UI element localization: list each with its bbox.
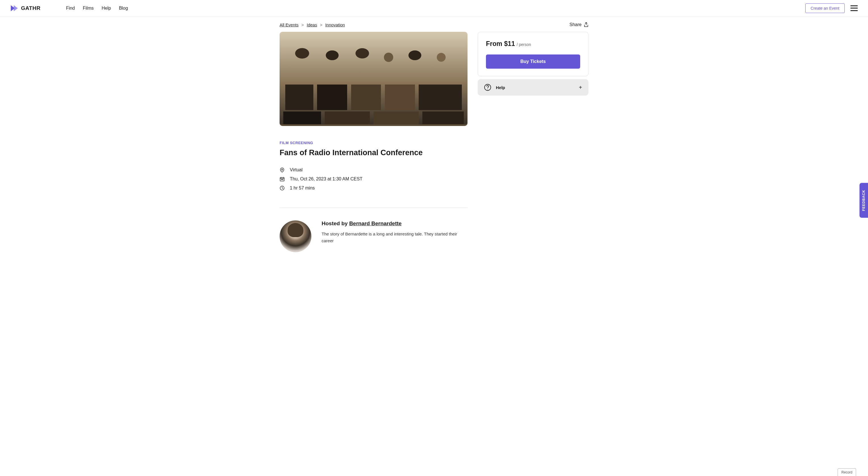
datetime-text: Thu, Oct 26, 2023 at 1:30 AM CEST [290, 176, 363, 181]
site-header: GATHR Find Films Help Blog Create an Eve… [0, 0, 868, 16]
clock-icon [280, 185, 285, 191]
breadcrumb-innovation[interactable]: Innovation [325, 23, 345, 27]
nav-find[interactable]: Find [66, 6, 75, 11]
meta-location: Virtual [280, 167, 467, 172]
host-avatar [280, 220, 311, 252]
host-bio: The story of Bernardette is a long and i… [321, 231, 467, 244]
nav-help[interactable]: Help [102, 6, 111, 11]
help-label: Help [496, 85, 505, 90]
create-event-button[interactable]: Create an Event [805, 3, 845, 13]
brand-name: GATHR [21, 5, 40, 11]
buy-tickets-button[interactable]: Buy Tickets [486, 55, 580, 69]
location-pin-icon [280, 167, 285, 172]
calendar-icon [280, 176, 285, 181]
host-info: Hosted by Bernard Bernardette The story … [321, 220, 467, 244]
share-label: Share [569, 22, 582, 27]
event-type-label: FILM SCREENING [280, 141, 467, 145]
location-text: Virtual [290, 167, 303, 172]
breadcrumb-sep: > [302, 23, 304, 27]
duration-text: 1 hr 57 mins [290, 185, 315, 191]
plus-icon: + [579, 84, 582, 91]
breadcrumb-ideas[interactable]: Ideas [307, 23, 317, 27]
svg-point-7 [487, 89, 488, 89]
host-prefix: Hosted by [321, 220, 349, 226]
help-question-icon [484, 84, 491, 91]
brand-logo[interactable]: GATHR [10, 4, 40, 12]
breadcrumb-sep: > [320, 23, 322, 27]
nav-films[interactable]: Films [83, 6, 94, 11]
event-meta: Virtual Thu, Oct 26, 2023 at 1:30 AM CES… [280, 167, 467, 191]
page-top-bar: All Events > Ideas > Innovation Share [280, 16, 588, 32]
meta-duration: 1 hr 57 mins [280, 185, 467, 191]
sidebar: From $11 / person Buy Tickets Help + [478, 32, 588, 96]
section-divider [280, 208, 467, 208]
meta-datetime: Thu, Oct 26, 2023 at 1:30 AM CEST [280, 176, 467, 181]
price-line: From $11 / person [486, 40, 580, 48]
price-per-person: / person [517, 42, 531, 47]
nav-blog[interactable]: Blog [119, 6, 128, 11]
host-name-link[interactable]: Bernard Bernardette [349, 220, 402, 226]
share-button[interactable]: Share [569, 22, 588, 27]
event-title: Fans of Radio International Conference [280, 148, 467, 157]
share-icon [584, 22, 588, 27]
hamburger-menu-icon[interactable] [850, 5, 858, 11]
gathr-logo-icon [10, 4, 19, 12]
host-section: Hosted by Bernard Bernardette The story … [280, 220, 467, 252]
ticket-box: From $11 / person Buy Tickets [478, 32, 588, 76]
header-actions: Create an Event [805, 3, 858, 13]
price-value: From $11 [486, 40, 515, 48]
host-heading: Hosted by Bernard Bernardette [321, 220, 467, 227]
feedback-tab[interactable]: FEEDBACK [860, 183, 868, 218]
main-nav: Find Films Help Blog [66, 6, 128, 11]
breadcrumb: All Events > Ideas > Innovation [280, 23, 345, 27]
event-hero-image [280, 32, 467, 126]
main-column: FILM SCREENING Fans of Radio Internation… [280, 32, 467, 252]
help-accordion[interactable]: Help + [478, 79, 588, 96]
svg-point-0 [282, 169, 283, 170]
breadcrumb-all-events[interactable]: All Events [280, 23, 299, 27]
